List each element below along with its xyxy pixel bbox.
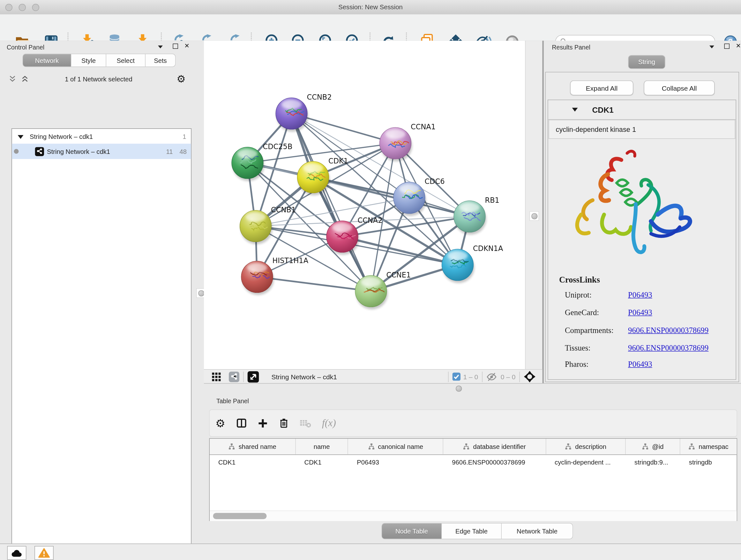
column-header[interactable]: shared name xyxy=(210,439,296,455)
network-canvas[interactable]: CCNB2CCNA1CDC25BCDK1CDC6RB1CCNB1CCNA2CDK… xyxy=(204,41,525,369)
table-panel-tabs: Node Table Edge Table Network Table xyxy=(382,523,573,539)
cytoscape-window: Session: New Session xyxy=(0,0,741,560)
table-row[interactable]: CDK1 CDK1 P06493 9606.ENSP00000378699 cy… xyxy=(210,455,737,470)
gene-description: cyclin-dependent kinase 1 xyxy=(549,120,735,139)
cell-name[interactable]: CDK1 xyxy=(296,455,348,470)
network-share-icon xyxy=(35,147,44,156)
horizontal-splitter[interactable] xyxy=(204,383,741,394)
footer-separator xyxy=(448,371,449,382)
collapse-all-button[interactable]: Collapse All xyxy=(644,80,715,96)
table-settings-gear-icon[interactable]: ⚙ xyxy=(215,418,225,428)
crosslink-label: Compartments: xyxy=(565,326,614,335)
node-label-CDC6: CDC6 xyxy=(425,177,445,186)
panel-close-icon[interactable]: ✕ xyxy=(185,44,190,49)
node-label-CDK1: CDK1 xyxy=(328,157,348,165)
column-header[interactable]: @id xyxy=(626,439,680,455)
cell-namespace[interactable]: stringdb xyxy=(680,455,737,470)
column-header[interactable]: namespac xyxy=(680,439,737,455)
network-node-CDC6[interactable]: CDC6 xyxy=(394,177,445,216)
share-view-icon[interactable] xyxy=(229,371,239,382)
cell-shared-name[interactable]: CDK1 xyxy=(210,455,296,470)
tab-network[interactable]: Network xyxy=(23,54,71,67)
column-header[interactable]: name xyxy=(296,439,348,455)
network-node-RB1[interactable]: RB1 xyxy=(454,196,499,235)
footer-separator xyxy=(482,371,482,382)
network-node-CDKN1A[interactable]: CDKN1A xyxy=(442,244,503,283)
add-column-icon[interactable] xyxy=(257,418,268,428)
network-selection-status: 1 of 1 Network selected xyxy=(0,76,197,83)
uniprot-link: P06493 xyxy=(628,290,652,300)
crosslink-value[interactable]: 9606.ENSP00000378699 xyxy=(628,344,709,353)
network-node-count: 11 xyxy=(166,148,173,155)
column-visibility-icon[interactable] xyxy=(236,418,247,429)
table-toolbar: ⚙ f(x) xyxy=(209,410,738,437)
crosslink-value[interactable]: 9606.ENSP00000378699 xyxy=(628,326,709,335)
network-status-dot xyxy=(14,149,19,154)
crosslink-value[interactable]: P06493 xyxy=(628,308,652,318)
expand-all-button[interactable]: Expand All xyxy=(570,80,633,96)
node-label-CCNE1: CCNE1 xyxy=(387,271,411,279)
column-header[interactable]: description xyxy=(546,439,626,455)
warning-button[interactable] xyxy=(35,546,54,560)
cell-description[interactable]: cyclin-dependent ... xyxy=(546,455,626,470)
node-label-CCNB1: CCNB1 xyxy=(271,206,296,214)
panel-close-icon[interactable]: ✕ xyxy=(736,44,741,49)
cell-database-identifier[interactable]: 9606.ENSP00000378699 xyxy=(443,455,546,470)
collection-expand-icon[interactable] xyxy=(18,135,23,138)
tab-sets[interactable]: Sets xyxy=(145,54,176,67)
node-table: shared name name canonical name database… xyxy=(209,438,738,521)
network-options-gear-icon[interactable]: ⚙ xyxy=(177,73,186,85)
network-graph: CCNB2CCNA1CDC25BCDK1CDC6RB1CCNB1CCNA2CDK… xyxy=(204,41,525,369)
compartments-link: 9606.ENSP00000378699 xyxy=(628,326,709,335)
network-node-CDC25B[interactable]: CDC25B xyxy=(232,142,292,181)
open-in-new-window-icon[interactable] xyxy=(248,371,259,382)
cloud-button[interactable] xyxy=(7,546,26,560)
crosslink-value[interactable]: P06493 xyxy=(628,360,652,369)
tab-node-table[interactable]: Node Table xyxy=(382,523,442,539)
title-bar: Session: New Session xyxy=(0,0,741,15)
network-view-title: String Network – cdk1 xyxy=(272,373,337,381)
node-label-RB1: RB1 xyxy=(485,196,499,204)
node-label-CCNA2: CCNA2 xyxy=(358,216,383,225)
footer-separator xyxy=(243,371,244,382)
panel-menu-icon[interactable] xyxy=(710,46,714,49)
table-header-row: shared name name canonical name database… xyxy=(210,439,737,455)
birdseye-view-icon[interactable] xyxy=(524,371,536,383)
node-label-CCNB2: CCNB2 xyxy=(307,93,332,101)
collection-label: String Network – cdk1 xyxy=(30,133,93,140)
panel-float-icon[interactable] xyxy=(173,44,179,49)
network-row-selected[interactable]: String Network – cdk1 11 48 xyxy=(12,144,191,159)
tab-style[interactable]: Style xyxy=(71,54,107,67)
tab-edge-table[interactable]: Edge Table xyxy=(442,523,502,539)
window-title: Session: New Session xyxy=(0,3,741,11)
splitter-handle-right[interactable] xyxy=(529,211,539,221)
hidden-nodes-indicator-icon xyxy=(486,372,498,381)
network-tree: String Network – cdk1 1 String Network –… xyxy=(11,128,192,560)
delete-column-icon[interactable] xyxy=(278,418,289,429)
network-node-CCNB2[interactable]: CCNB2 xyxy=(276,93,332,132)
column-header[interactable]: database identifier xyxy=(443,439,546,455)
network-node-HIST1H1A[interactable]: HIST1H1A xyxy=(241,256,309,295)
control-panel-title: Control Panel xyxy=(7,44,44,51)
crosslink-label: GeneCard: xyxy=(565,308,599,318)
grid-view-icon[interactable] xyxy=(212,372,221,381)
footer-separator xyxy=(520,371,520,382)
table-hscrollbar-track[interactable] xyxy=(210,510,737,521)
splitter-handle-bottom[interactable] xyxy=(456,386,462,392)
cell-canonical-name[interactable]: P06493 xyxy=(348,455,443,470)
cell-id[interactable]: stringdb:9... xyxy=(626,455,680,470)
crosslink-label: Tissues: xyxy=(565,344,590,353)
tab-network-table[interactable]: Network Table xyxy=(502,523,573,539)
gene-collapse-icon[interactable] xyxy=(572,108,578,112)
crosslink-value[interactable]: P06493 xyxy=(628,290,652,300)
panel-menu-icon[interactable] xyxy=(158,46,163,49)
tab-string[interactable]: String xyxy=(628,55,665,69)
column-header[interactable]: canonical name xyxy=(348,439,443,455)
table-hscrollbar-thumb[interactable] xyxy=(213,513,267,519)
tab-select[interactable]: Select xyxy=(106,54,145,67)
network-node-CCNA1[interactable]: CCNA1 xyxy=(380,123,435,162)
network-collection-row[interactable]: String Network – cdk1 1 xyxy=(12,130,191,144)
panel-float-icon[interactable] xyxy=(724,44,730,49)
gene-section-header[interactable]: CDK1 xyxy=(548,100,736,120)
pharos-link: P06493 xyxy=(628,360,652,369)
